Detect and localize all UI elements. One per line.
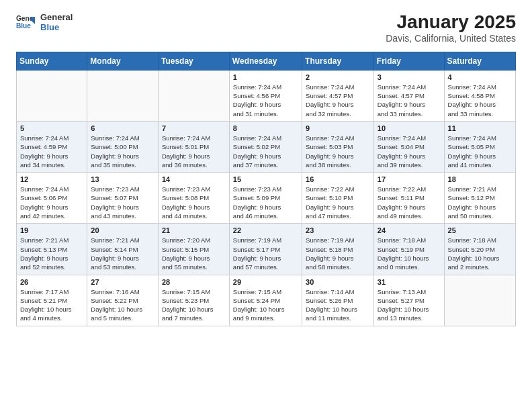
- day-number: 11: [448, 124, 512, 132]
- logo: General Blue General Blue: [16, 12, 73, 32]
- day-number: 26: [20, 278, 83, 286]
- day-number: 13: [91, 175, 154, 183]
- calendar-week-3: 12Sunrise: 7:24 AM Sunset: 5:06 PM Dayli…: [17, 173, 516, 224]
- calendar-cell: 26Sunrise: 7:17 AM Sunset: 5:21 PM Dayli…: [17, 275, 87, 326]
- day-number: 7: [162, 124, 226, 132]
- day-info: Sunrise: 7:21 AM Sunset: 5:14 PM Dayligh…: [91, 236, 154, 271]
- day-number: 29: [233, 278, 298, 286]
- day-info: Sunrise: 7:21 AM Sunset: 5:13 PM Dayligh…: [20, 236, 83, 271]
- calendar-week-2: 5Sunrise: 7:24 AM Sunset: 4:59 PM Daylig…: [17, 121, 516, 172]
- day-info: Sunrise: 7:24 AM Sunset: 4:57 PM Dayligh…: [378, 83, 441, 118]
- day-number: 15: [233, 175, 298, 183]
- calendar-cell: 17Sunrise: 7:22 AM Sunset: 5:11 PM Dayli…: [373, 173, 444, 224]
- day-number: 21: [162, 226, 226, 234]
- calendar-cell: 20Sunrise: 7:21 AM Sunset: 5:14 PM Dayli…: [87, 224, 159, 275]
- day-info: Sunrise: 7:24 AM Sunset: 5:00 PM Dayligh…: [91, 134, 154, 169]
- day-number: 27: [91, 278, 154, 286]
- calendar-cell: 12Sunrise: 7:24 AM Sunset: 5:06 PM Dayli…: [17, 173, 87, 224]
- day-info: Sunrise: 7:16 AM Sunset: 5:22 PM Dayligh…: [91, 287, 154, 323]
- calendar-cell: 6Sunrise: 7:24 AM Sunset: 5:00 PM Daylig…: [87, 121, 159, 172]
- day-number: 12: [20, 175, 83, 183]
- day-number: 24: [378, 226, 441, 234]
- day-number: 20: [91, 226, 154, 234]
- day-info: Sunrise: 7:24 AM Sunset: 4:57 PM Dayligh…: [306, 83, 370, 118]
- calendar-cell: 3Sunrise: 7:24 AM Sunset: 4:57 PM Daylig…: [373, 70, 444, 121]
- day-info: Sunrise: 7:22 AM Sunset: 5:10 PM Dayligh…: [306, 185, 370, 220]
- day-info: Sunrise: 7:15 AM Sunset: 5:23 PM Dayligh…: [162, 287, 226, 323]
- day-info: Sunrise: 7:24 AM Sunset: 4:59 PM Dayligh…: [20, 134, 83, 169]
- day-info: Sunrise: 7:24 AM Sunset: 5:06 PM Dayligh…: [20, 185, 83, 220]
- page-subtitle: Davis, California, United States: [386, 33, 516, 44]
- calendar-cell: 5Sunrise: 7:24 AM Sunset: 4:59 PM Daylig…: [17, 121, 87, 172]
- calendar-cell: 18Sunrise: 7:21 AM Sunset: 5:12 PM Dayli…: [444, 173, 515, 224]
- day-number: 17: [378, 175, 441, 183]
- logo-general-text: General: [40, 12, 73, 22]
- day-number: 16: [306, 175, 370, 183]
- calendar-cell: 21Sunrise: 7:20 AM Sunset: 5:15 PM Dayli…: [158, 224, 229, 275]
- calendar-cell: 10Sunrise: 7:24 AM Sunset: 5:04 PM Dayli…: [373, 121, 444, 172]
- day-info: Sunrise: 7:24 AM Sunset: 5:05 PM Dayligh…: [448, 134, 512, 169]
- calendar-header-wednesday: Wednesday: [229, 52, 302, 70]
- day-number: 2: [306, 73, 370, 81]
- calendar-cell: 19Sunrise: 7:21 AM Sunset: 5:13 PM Dayli…: [17, 224, 87, 275]
- day-info: Sunrise: 7:23 AM Sunset: 5:09 PM Dayligh…: [233, 185, 298, 220]
- calendar-week-4: 19Sunrise: 7:21 AM Sunset: 5:13 PM Dayli…: [17, 224, 516, 275]
- calendar-cell: 7Sunrise: 7:24 AM Sunset: 5:01 PM Daylig…: [158, 121, 229, 172]
- calendar-cell: 28Sunrise: 7:15 AM Sunset: 5:23 PM Dayli…: [158, 275, 229, 326]
- page: General Blue General Blue January 2025 D…: [0, 0, 532, 411]
- day-number: 10: [378, 124, 441, 132]
- day-number: 31: [378, 278, 441, 286]
- calendar-cell: 14Sunrise: 7:23 AM Sunset: 5:08 PM Dayli…: [158, 173, 229, 224]
- calendar-cell: [158, 70, 229, 121]
- day-number: 22: [233, 226, 298, 234]
- calendar-header-monday: Monday: [87, 52, 159, 70]
- day-number: 19: [20, 226, 83, 234]
- calendar-cell: 31Sunrise: 7:13 AM Sunset: 5:27 PM Dayli…: [373, 275, 444, 326]
- page-title: January 2025: [386, 12, 516, 33]
- day-info: Sunrise: 7:23 AM Sunset: 5:08 PM Dayligh…: [162, 185, 226, 220]
- calendar-cell: [87, 70, 159, 121]
- calendar-cell: 27Sunrise: 7:16 AM Sunset: 5:22 PM Dayli…: [87, 275, 159, 326]
- calendar-header-tuesday: Tuesday: [158, 52, 229, 70]
- day-number: 25: [448, 226, 512, 234]
- calendar-cell: [444, 275, 515, 326]
- day-number: 5: [20, 124, 83, 132]
- calendar-cell: 29Sunrise: 7:15 AM Sunset: 5:24 PM Dayli…: [229, 275, 302, 326]
- calendar-header-saturday: Saturday: [444, 52, 515, 70]
- calendar-cell: 16Sunrise: 7:22 AM Sunset: 5:10 PM Dayli…: [302, 173, 374, 224]
- logo-icon: General Blue: [16, 13, 35, 32]
- calendar: SundayMondayTuesdayWednesdayThursdayFrid…: [16, 52, 516, 326]
- day-info: Sunrise: 7:14 AM Sunset: 5:26 PM Dayligh…: [306, 287, 370, 323]
- calendar-cell: 23Sunrise: 7:19 AM Sunset: 5:18 PM Dayli…: [302, 224, 374, 275]
- calendar-cell: 4Sunrise: 7:24 AM Sunset: 4:58 PM Daylig…: [444, 70, 515, 121]
- day-info: Sunrise: 7:17 AM Sunset: 5:21 PM Dayligh…: [20, 287, 83, 323]
- day-info: Sunrise: 7:24 AM Sunset: 5:04 PM Dayligh…: [378, 134, 441, 169]
- day-number: 8: [233, 124, 298, 132]
- day-info: Sunrise: 7:19 AM Sunset: 5:18 PM Dayligh…: [306, 236, 370, 271]
- day-number: 30: [306, 278, 370, 286]
- day-info: Sunrise: 7:24 AM Sunset: 4:58 PM Dayligh…: [448, 83, 512, 118]
- calendar-cell: 8Sunrise: 7:24 AM Sunset: 5:02 PM Daylig…: [229, 121, 302, 172]
- day-info: Sunrise: 7:24 AM Sunset: 5:03 PM Dayligh…: [306, 134, 370, 169]
- day-info: Sunrise: 7:23 AM Sunset: 5:07 PM Dayligh…: [91, 185, 154, 220]
- calendar-header-sunday: Sunday: [17, 52, 87, 70]
- day-number: 6: [91, 124, 154, 132]
- logo-blue-text: Blue: [40, 22, 73, 32]
- day-info: Sunrise: 7:18 AM Sunset: 5:20 PM Dayligh…: [448, 236, 512, 271]
- day-info: Sunrise: 7:20 AM Sunset: 5:15 PM Dayligh…: [162, 236, 226, 271]
- title-block: January 2025 Davis, California, United S…: [386, 12, 516, 44]
- day-info: Sunrise: 7:13 AM Sunset: 5:27 PM Dayligh…: [378, 287, 441, 323]
- day-info: Sunrise: 7:24 AM Sunset: 5:02 PM Dayligh…: [233, 134, 298, 169]
- day-number: 14: [162, 175, 226, 183]
- calendar-cell: 11Sunrise: 7:24 AM Sunset: 5:05 PM Dayli…: [444, 121, 515, 172]
- calendar-cell: 25Sunrise: 7:18 AM Sunset: 5:20 PM Dayli…: [444, 224, 515, 275]
- day-number: 18: [448, 175, 512, 183]
- day-number: 23: [306, 226, 370, 234]
- calendar-week-5: 26Sunrise: 7:17 AM Sunset: 5:21 PM Dayli…: [17, 275, 516, 326]
- day-number: 3: [378, 73, 441, 81]
- calendar-cell: 1Sunrise: 7:24 AM Sunset: 4:56 PM Daylig…: [229, 70, 302, 121]
- calendar-cell: 9Sunrise: 7:24 AM Sunset: 5:03 PM Daylig…: [302, 121, 374, 172]
- calendar-cell: 24Sunrise: 7:18 AM Sunset: 5:19 PM Dayli…: [373, 224, 444, 275]
- svg-text:Blue: Blue: [16, 22, 31, 30]
- day-number: 1: [233, 73, 298, 81]
